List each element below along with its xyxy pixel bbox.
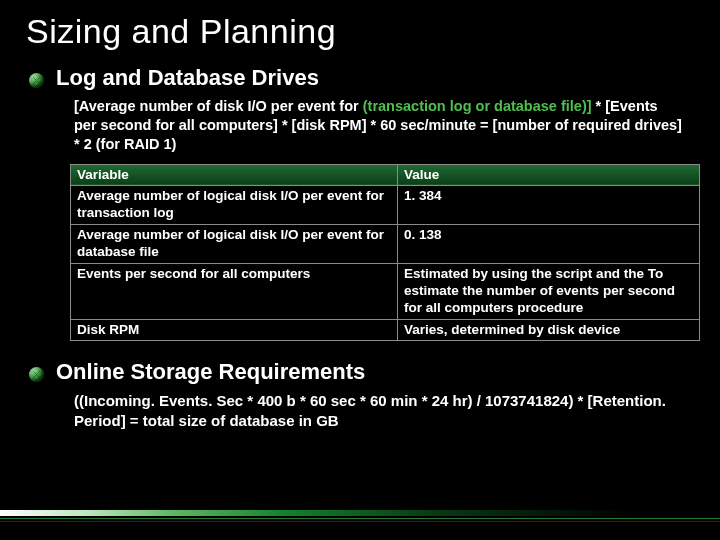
bullet-icon xyxy=(26,363,46,385)
table-row: Disk RPM Varies, determined by disk devi… xyxy=(71,319,700,341)
header-variable: Variable xyxy=(71,164,398,186)
cell-value: 1. 384 xyxy=(398,186,700,225)
cell-variable: Disk RPM xyxy=(71,319,398,341)
section-heading-1: Log and Database Drives xyxy=(56,65,319,91)
slide: Sizing and Planning Log and Database Dri… xyxy=(0,0,720,540)
variables-table: Variable Value Average number of logical… xyxy=(70,164,700,342)
cell-value: Varies, determined by disk device xyxy=(398,319,700,341)
table-row: Events per second for all computers Esti… xyxy=(71,263,700,319)
cell-variable: Average number of logical disk I/O per e… xyxy=(71,225,398,264)
bullet-icon xyxy=(26,69,46,91)
table-row: Average number of logical disk I/O per e… xyxy=(71,225,700,264)
section-log-db-drives: Log and Database Drives xyxy=(26,65,694,91)
table-row: Average number of logical disk I/O per e… xyxy=(71,186,700,225)
cell-variable: Events per second for all computers xyxy=(71,263,398,319)
footer-decoration xyxy=(0,510,720,526)
formula-log-db: [Average number of disk I/O per event fo… xyxy=(26,97,694,154)
section-heading-2: Online Storage Requirements xyxy=(56,359,365,385)
section-online-storage: Online Storage Requirements xyxy=(26,359,694,385)
cell-variable: Average number of logical disk I/O per e… xyxy=(71,186,398,225)
cell-value: 0. 138 xyxy=(398,225,700,264)
formula-part-a: [Average number of disk I/O per event fo… xyxy=(74,98,363,114)
slide-title: Sizing and Planning xyxy=(26,12,694,51)
formula-highlight: (transaction log or database file)] xyxy=(363,98,592,114)
table-header-row: Variable Value xyxy=(71,164,700,186)
header-value: Value xyxy=(398,164,700,186)
formula-storage: ((Incoming. Events. Sec * 400 b * 60 sec… xyxy=(26,391,694,430)
cell-value: Estimated by using the script and the To… xyxy=(398,263,700,319)
